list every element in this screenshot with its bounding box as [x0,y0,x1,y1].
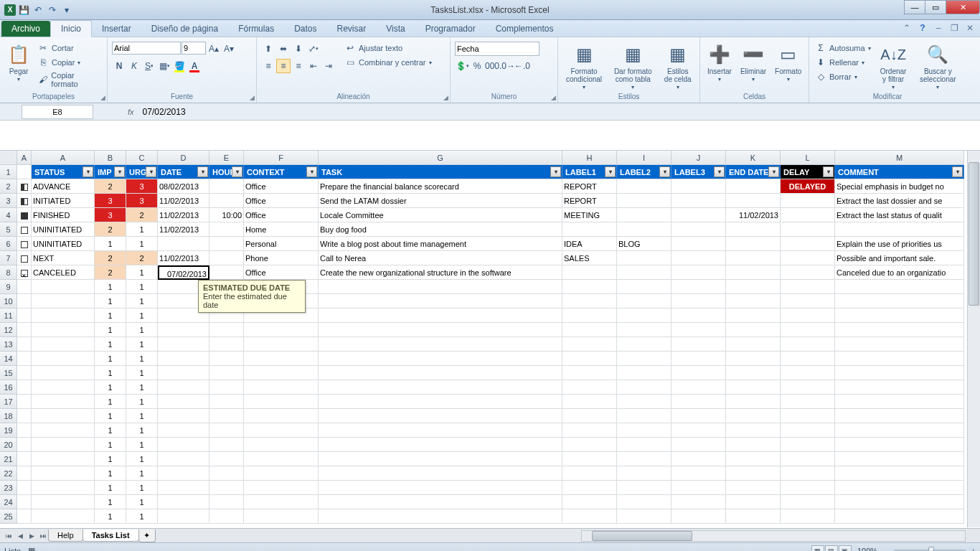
increase-indent-icon[interactable]: ⇥ [321,59,336,73]
filter-dropdown-icon[interactable]: ▾ [146,166,156,177]
dialog-launcher-icon[interactable]: ◢ [551,94,556,101]
filter-dropdown-icon[interactable]: ▾ [83,166,93,177]
view-normal-icon[interactable]: ▦ [811,545,824,552]
save-icon[interactable]: 💾 [17,4,30,17]
align-bottom-icon[interactable]: ⬇ [291,42,306,56]
comma-icon[interactable]: 000 [485,59,499,73]
column-header[interactable]: DATE▾ [158,165,209,179]
insert-button[interactable]: ➕Insertar▾ [705,42,735,85]
copy-button[interactable]: ⎘Copiar▾ [36,56,103,69]
view-break-icon[interactable]: ▣ [839,545,852,552]
tab-diseno[interactable]: Diseño de página [141,21,228,37]
clear-button[interactable]: ◇Borrar▾ [814,70,872,83]
redo-icon[interactable]: ↷ [46,4,59,17]
column-header[interactable]: LABEL3▾ [672,165,726,179]
fill-color-button[interactable]: 🪣 [172,59,187,73]
tab-vista[interactable]: Vista [376,21,415,37]
align-right-icon[interactable]: ≡ [291,59,306,73]
filter-dropdown-icon[interactable]: ▾ [197,166,208,177]
bold-button[interactable]: N [112,59,126,73]
window-min-icon[interactable]: – [933,22,944,34]
vertical-scrollbar[interactable] [967,151,980,527]
tab-programador[interactable]: Programador [415,21,486,37]
sheet-tab-help[interactable]: Help [48,529,83,542]
format-button[interactable]: ▭Formato▾ [772,42,804,85]
dialog-launcher-icon[interactable]: ◢ [443,94,448,101]
decrease-indent-icon[interactable]: ⇤ [306,59,321,73]
macro-icon[interactable]: ▦ [28,546,35,551]
column-header[interactable]: DELAY▾ [781,165,835,179]
window-restore-icon[interactable]: ❐ [948,22,960,34]
tab-datos[interactable]: Datos [284,21,326,37]
font-color-button[interactable]: A [187,59,202,73]
decrease-decimal-icon[interactable]: ←.0 [515,59,529,73]
column-header[interactable]: HOUR▾ [209,165,244,179]
qat-dropdown-icon[interactable]: ▾ [60,4,73,17]
conditional-format-button[interactable]: ▦Formato condicional▾ [562,42,606,93]
filter-dropdown-icon[interactable]: ▾ [232,166,242,177]
wrap-text-button[interactable]: ↩Ajustar texto [343,42,433,55]
maximize-button[interactable]: ▭ [925,0,946,14]
percent-icon[interactable]: % [470,59,484,73]
cut-button[interactable]: ✂Cortar [36,42,103,55]
filter-dropdown-icon[interactable]: ▾ [550,166,561,177]
column-header[interactable]: STATUS▾ [32,165,95,179]
new-sheet-button[interactable]: ✦ [138,529,156,542]
scroll-thumb[interactable] [969,162,979,306]
orientation-icon[interactable]: ⤢▾ [306,42,321,56]
column-header[interactable]: END DATE▾ [726,165,781,179]
tab-insertar[interactable]: Insertar [92,21,141,37]
column-header[interactable]: LABEL1▾ [562,165,617,179]
filter-dropdown-icon[interactable]: ▾ [306,166,317,177]
sheet-nav-prev-icon[interactable]: ◀ [14,530,26,542]
scroll-thumb[interactable] [592,531,692,541]
horizontal-scrollbar[interactable] [581,530,966,542]
help-icon[interactable]: ? [917,22,928,34]
filter-dropdown-icon[interactable]: ▾ [714,166,725,177]
number-format-select[interactable] [455,42,540,56]
autosum-button[interactable]: ΣAutosuma▾ [814,42,872,55]
align-center-icon[interactable]: ≡ [276,59,291,73]
view-layout-icon[interactable]: ▤ [825,545,838,552]
spreadsheet-grid[interactable]: AABCDEFGHIJKLM1STATUS▾IMP▾URG▾DATE▾HOUR▾… [0,151,980,528]
tab-revisar[interactable]: Revisar [327,21,377,37]
fill-button[interactable]: ⬇Rellenar▾ [814,56,872,69]
increase-decimal-icon[interactable]: .0→ [500,59,514,73]
minimize-ribbon-icon[interactable]: ⌃ [901,22,913,34]
formula-input[interactable]: 07/02/2013 [138,105,190,118]
sheet-nav-next-icon[interactable]: ▶ [26,530,37,542]
format-painter-button[interactable]: 🖌Copiar formato [36,70,103,89]
border-button[interactable]: ▦▾ [157,59,171,73]
sheet-nav-last-icon[interactable]: ⏭ [37,530,49,542]
name-box[interactable] [22,105,93,119]
font-name-select[interactable] [112,42,181,55]
find-select-button[interactable]: 🔍Buscar y seleccionar▾ [915,42,961,93]
align-middle-icon[interactable]: ⬌ [276,42,291,56]
file-tab[interactable]: Archivo [1,21,50,37]
tab-formulas[interactable]: Fórmulas [228,21,284,37]
column-header[interactable]: COMMENT▾ [835,165,964,179]
filter-dropdown-icon[interactable]: ▾ [823,166,834,177]
decrease-font-icon[interactable]: A▾ [222,42,236,56]
column-header[interactable]: LABEL2▾ [617,165,672,179]
minimize-button[interactable]: — [904,0,925,14]
tab-complementos[interactable]: Complementos [486,21,564,37]
column-header[interactable]: URG▾ [126,165,158,179]
window-close-icon[interactable]: ✕ [964,22,976,34]
cell-styles-button[interactable]: ▦Estilos de celda▾ [660,42,695,93]
merge-center-button[interactable]: ▭Combinar y centrar▾ [343,56,433,69]
filter-dropdown-icon[interactable]: ▾ [605,166,616,177]
filter-dropdown-icon[interactable]: ▾ [114,166,125,177]
filter-dropdown-icon[interactable]: ▾ [768,166,779,177]
align-left-icon[interactable]: ≡ [261,59,275,73]
sort-filter-button[interactable]: A↓ZOrdenar y filtrar▾ [875,42,912,93]
filter-dropdown-icon[interactable]: ▾ [952,166,963,177]
column-header[interactable]: TASK▾ [319,165,562,179]
italic-button[interactable]: K [127,59,141,73]
align-top-icon[interactable]: ⬆ [261,42,275,56]
column-header[interactable]: CONTEXT▾ [244,165,319,179]
sheet-nav-first-icon[interactable]: ⏮ [3,530,14,542]
format-table-button[interactable]: ▦Dar formato como tabla▾ [608,42,657,93]
column-header[interactable]: IMP▾ [95,165,126,179]
close-button[interactable]: ✕ [946,0,980,14]
